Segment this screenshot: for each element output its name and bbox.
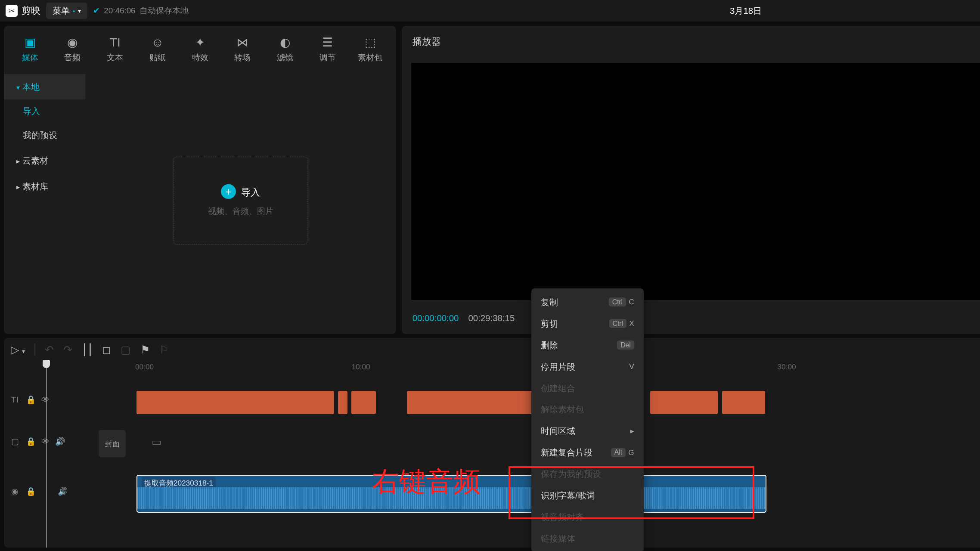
filter-icon: ◐	[280, 35, 290, 50]
undo-icon[interactable]: ↶	[45, 344, 54, 356]
tab-effect[interactable]: ✦特效	[180, 31, 221, 67]
cover-thumbnail[interactable]: 封面	[99, 430, 126, 457]
autosave-status: ✔ 20:46:06 自动保存本地	[93, 5, 189, 16]
effect-icon: ✦	[195, 35, 205, 50]
ctx-time-region[interactable]: 时间区域▸	[531, 420, 644, 442]
playhead[interactable]	[46, 361, 47, 548]
import-hint: 视频、音频、图片	[208, 206, 273, 217]
eye-icon[interactable]: 👁	[41, 395, 50, 405]
lock-icon[interactable]: 🔒	[26, 437, 36, 446]
ctx-cut[interactable]: 剪切CtrlX	[531, 313, 644, 334]
menu-button[interactable]: 菜单●▾	[46, 3, 88, 19]
ctx-compound[interactable]: 新建复合片段AltG	[531, 442, 644, 463]
video-track-icon: ▢	[9, 437, 20, 446]
audio-clip-title: 提取音频20230318-1	[142, 477, 216, 489]
timecode-current: 00:00:00:00	[412, 313, 459, 323]
player-title: 播放器	[412, 35, 441, 48]
logo-icon: ✂	[6, 5, 18, 17]
timeline-toolbar: ▷ ▾ ↶ ↷ ⎮⎮ ◻ ▢ ⚑ ⚐ 🎙 ⬚ ▣ ⬚ ⊟ ⊖ ⊕	[4, 338, 980, 361]
media-sidebar: ▾本地 导入 我的预设 ▸云素材 ▸素材库	[4, 67, 85, 334]
app-logo: ✂ 剪映	[6, 4, 41, 17]
main-tabs: ▣媒体 ◉音频 TI文本 ☺贴纸 ✦特效 ⋈转场 ◐滤镜 ☰调节 ⬚素材包	[4, 26, 396, 68]
marker-icon[interactable]: ▢	[121, 344, 131, 356]
ctx-delete[interactable]: 删除Del	[531, 334, 644, 356]
sidebar-presets[interactable]: 我的预设	[4, 122, 85, 148]
timecode-total: 00:29:38:15	[468, 313, 515, 323]
ctx-group: 创建组合	[531, 378, 644, 399]
redo-icon[interactable]: ↷	[63, 344, 72, 356]
sidebar-library[interactable]: ▸素材库	[4, 173, 85, 199]
app-name: 剪映	[22, 4, 40, 17]
text-icon: TI	[110, 35, 121, 50]
select-tool-icon[interactable]: ▷ ▾	[11, 344, 25, 356]
plus-icon: +	[221, 184, 236, 199]
tab-audio[interactable]: ◉音频	[52, 31, 93, 67]
sidebar-local[interactable]: ▾本地	[4, 74, 85, 99]
media-panel: ▣媒体 ◉音频 TI文本 ☺贴纸 ✦特效 ⋈转场 ◐滤镜 ☰调节 ⬚素材包 ▾本…	[4, 26, 396, 334]
player-panel: 播放器 ☰ 00:00:00:00 00:29:38:15 ⌕ 适应 ⛶	[402, 26, 980, 334]
text-track-icon: TI	[9, 395, 20, 405]
check-icon: ✔	[93, 6, 100, 15]
lock-icon[interactable]: 🔒	[26, 395, 36, 405]
adjust-icon: ☰	[322, 35, 333, 50]
lock-icon[interactable]: 🔒	[26, 487, 36, 496]
project-title: 3月18日	[194, 5, 980, 17]
tab-adjust[interactable]: ☰调节	[307, 31, 348, 67]
audio-track-icon: ◉	[9, 487, 20, 496]
flag2-icon[interactable]: ⚐	[159, 344, 169, 356]
transition-icon: ⋈	[236, 35, 248, 50]
annotation-highlight	[509, 466, 754, 519]
timeline[interactable]: TI🔒👁 ▢🔒👁🔊 ◉🔒🔊 00:00 10:00 20:00 30:00 封面…	[4, 361, 980, 548]
split-icon[interactable]: ⎮⎮	[82, 344, 93, 356]
annotation-text: 右键音频	[372, 464, 481, 500]
speaker-icon[interactable]: 🔊	[55, 437, 65, 446]
audio-icon: ◉	[67, 35, 78, 50]
sidebar-import[interactable]: 导入	[4, 99, 85, 122]
pack-icon: ⬚	[365, 35, 376, 50]
speaker-icon[interactable]: 🔊	[58, 487, 68, 496]
tab-transition[interactable]: ⋈转场	[222, 31, 264, 67]
media-icon: ▣	[25, 35, 36, 50]
sticker-icon: ☺	[152, 35, 164, 50]
ctx-copy[interactable]: 复制CtrlC	[531, 291, 644, 313]
tab-text[interactable]: TI文本	[94, 31, 136, 67]
ctx-disable[interactable]: 停用片段V	[531, 356, 644, 378]
eye-icon[interactable]: 👁	[41, 437, 50, 446]
tab-filter[interactable]: ◐滤镜	[264, 31, 306, 67]
video-placeholder-icon: ▭	[152, 436, 162, 448]
tab-media[interactable]: ▣媒体	[9, 31, 51, 67]
ctx-ungroup: 解除素材包	[531, 399, 644, 420]
player-canvas[interactable]	[411, 63, 980, 300]
import-dropzone[interactable]: +导入 视频、音频、图片	[174, 157, 307, 245]
ctx-link: 链接媒体	[531, 528, 644, 549]
titlebar: ✂ 剪映 菜单●▾ ✔ 20:46:06 自动保存本地 3月18日 ⌨ ▥ ▾ …	[0, 0, 980, 22]
crop-icon[interactable]: ◻	[102, 344, 111, 356]
sidebar-cloud[interactable]: ▸云素材	[4, 148, 85, 173]
tab-sticker[interactable]: ☺贴纸	[137, 31, 178, 67]
flag-icon[interactable]: ⚑	[140, 344, 150, 356]
tab-pack[interactable]: ⬚素材包	[350, 31, 391, 67]
